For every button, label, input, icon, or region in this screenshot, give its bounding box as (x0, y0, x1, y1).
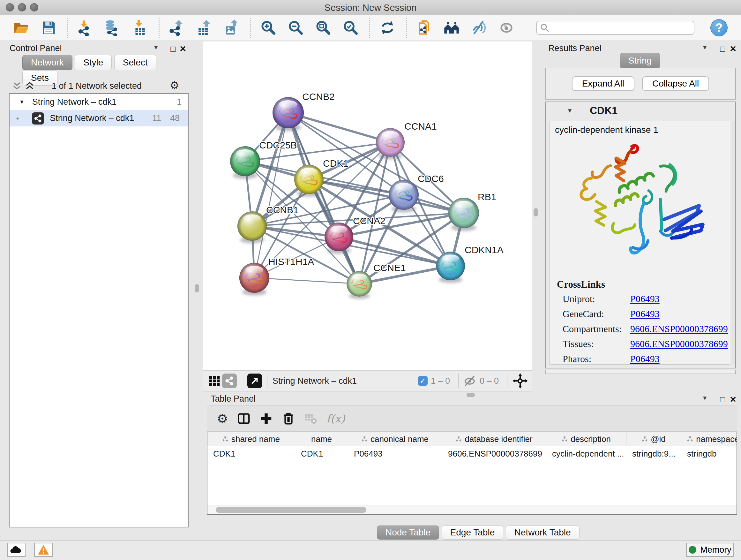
network-share-view-icon[interactable] (222, 374, 237, 388)
tab-network[interactable]: Network (22, 55, 72, 70)
network-node-cdk1[interactable] (294, 165, 324, 194)
right-splitter-handle[interactable] (534, 208, 538, 216)
memory-button[interactable]: Memory (686, 543, 734, 557)
results-panel-float-icon[interactable]: □ (720, 44, 725, 54)
network-edge[interactable] (254, 113, 288, 278)
tab-node-table[interactable]: Node Table (377, 525, 439, 540)
crosslink-compartments-link[interactable]: 9606.ENSP00000378699 (630, 323, 728, 334)
network-collection-row[interactable]: ▼ String Network – cdk1 1 (10, 94, 188, 110)
column-header-5[interactable]: @id (626, 432, 681, 446)
results-scrollbar[interactable] (732, 121, 735, 364)
warning-button[interactable] (34, 543, 53, 557)
column-header-2[interactable]: canonical name (348, 432, 442, 446)
tab-select[interactable]: Select (114, 55, 156, 70)
show-columns-icon[interactable] (237, 412, 251, 425)
column-header-0[interactable]: shared name (207, 432, 295, 446)
table-panel-float-icon[interactable]: □ (720, 395, 725, 405)
import-network-from-database-button[interactable] (104, 19, 122, 37)
table-cell[interactable]: 9606.ENSP00000378699 (442, 446, 546, 461)
network-node-rb1[interactable] (448, 198, 479, 228)
table-panel-menu-icon[interactable]: ▼ (702, 395, 708, 401)
network-view[interactable]: CCNB2CCNA1CDC25BCDK1CDC6RB1CCNB1CCNA2CDK… (203, 42, 532, 370)
network-edge[interactable] (288, 113, 464, 213)
table-cell[interactable]: P06493 (348, 446, 442, 461)
table-h-scrollbar[interactable] (207, 505, 737, 514)
zoom-out-button[interactable] (287, 19, 305, 37)
open-in-window-icon[interactable] (247, 374, 262, 388)
tab-edge-table[interactable]: Edge Table (442, 525, 503, 540)
cloud-button[interactable] (7, 543, 25, 557)
network-node-ccna1[interactable] (376, 128, 405, 157)
home-icon[interactable] (443, 19, 461, 37)
collapse-all-button[interactable]: Collapse All (642, 76, 709, 91)
export-image-button[interactable] (223, 19, 241, 37)
add-column-icon[interactable] (259, 412, 273, 425)
scrollbar-thumb[interactable] (216, 507, 366, 513)
selected-checkbox-icon[interactable]: ✓ (418, 376, 428, 386)
birds-eye-view-button[interactable] (497, 19, 515, 37)
grid-view-icon[interactable] (207, 374, 222, 388)
expand-all-button[interactable]: Expand All (572, 76, 634, 91)
results-panel-close-icon[interactable]: ✕ (730, 44, 737, 54)
move-crosshair-icon[interactable] (513, 373, 528, 388)
node-table[interactable]: shared namenamecanonical namedatabase id… (207, 432, 737, 515)
results-panel-menu-icon[interactable]: ▼ (702, 44, 708, 51)
tab-style[interactable]: Style (75, 55, 112, 70)
network-row[interactable]: ● String Network – cdk1 11 48 (10, 110, 188, 126)
hide-annotations-button[interactable] (470, 19, 488, 37)
network-edge[interactable] (288, 113, 390, 142)
column-header-1[interactable]: name (295, 432, 348, 446)
search-input[interactable] (549, 22, 690, 33)
table-panel-close-icon[interactable]: ✕ (730, 395, 737, 405)
network-edge[interactable] (309, 179, 464, 213)
crosslink-genecard-link[interactable]: P06493 (630, 308, 660, 319)
table-cell[interactable]: CDK1 (295, 446, 348, 461)
network-node-hist1h1a[interactable] (239, 263, 269, 293)
table-cell[interactable]: stringdb (681, 446, 737, 461)
network-node-cdkn1a[interactable] (436, 252, 465, 280)
left-splitter-handle[interactable] (195, 284, 199, 293)
tab-network-table[interactable]: Network Table (506, 525, 580, 540)
refresh-button[interactable] (379, 19, 396, 37)
network-node-ccnb1[interactable] (238, 211, 267, 241)
delete-column-icon[interactable] (282, 412, 295, 425)
crosslink-uniprot-link[interactable]: P06493 (630, 294, 660, 304)
tab-string[interactable]: String (620, 53, 660, 68)
control-panel-close-icon[interactable]: ✕ (179, 44, 186, 54)
crosslink-pharos-link[interactable]: P06493 (630, 354, 660, 364)
horizontal-splitter-handle[interactable] (467, 393, 475, 397)
help-button[interactable]: ? (711, 19, 728, 37)
export-table-button[interactable] (195, 19, 213, 37)
table-cell[interactable]: cyclin-dependent ... (546, 446, 626, 461)
help-icon: ? (716, 21, 723, 35)
column-header-6[interactable]: namespace (681, 432, 737, 446)
import-table-button[interactable] (131, 19, 149, 37)
table-options-gear-icon[interactable]: ⚙ (217, 413, 228, 424)
save-session-button[interactable] (40, 19, 57, 37)
collection-expander-icon[interactable]: ▼ (19, 99, 24, 105)
import-network-button[interactable] (76, 19, 94, 37)
entry-collapse-icon[interactable]: ▼ (567, 107, 573, 114)
table-cell[interactable]: stringdb:9... (626, 446, 681, 461)
control-panel-float-icon[interactable]: □ (171, 44, 176, 54)
zoom-in-button[interactable] (259, 19, 277, 37)
network-options-gear-icon[interactable]: ⚙ (170, 80, 179, 91)
fit-content-button[interactable] (314, 19, 332, 37)
network-tree: ▼ String Network – cdk1 1 ● String Netwo… (9, 93, 189, 527)
network-node-ccna2[interactable] (325, 223, 353, 251)
export-network-button[interactable] (168, 19, 186, 37)
open-session-button[interactable] (12, 19, 30, 37)
clone-network-button[interactable] (415, 19, 433, 37)
network-node-cdc25b[interactable] (230, 146, 260, 176)
table-cell[interactable]: CDK1 (207, 446, 295, 461)
column-label: description (570, 434, 611, 444)
column-header-3[interactable]: database identifier (442, 432, 546, 446)
control-panel-menu-icon[interactable]: ▼ (153, 44, 159, 51)
network-node-ccne1[interactable] (347, 271, 372, 297)
zoom-selected-button[interactable] (342, 19, 360, 37)
crosslink-tissues-link[interactable]: 9606.ENSP00000378699 (630, 338, 728, 349)
network-node-ccnb2[interactable] (273, 97, 304, 128)
network-node-cdc6[interactable] (389, 180, 419, 210)
network-edge[interactable] (254, 278, 359, 284)
column-header-4[interactable]: description (546, 432, 626, 446)
